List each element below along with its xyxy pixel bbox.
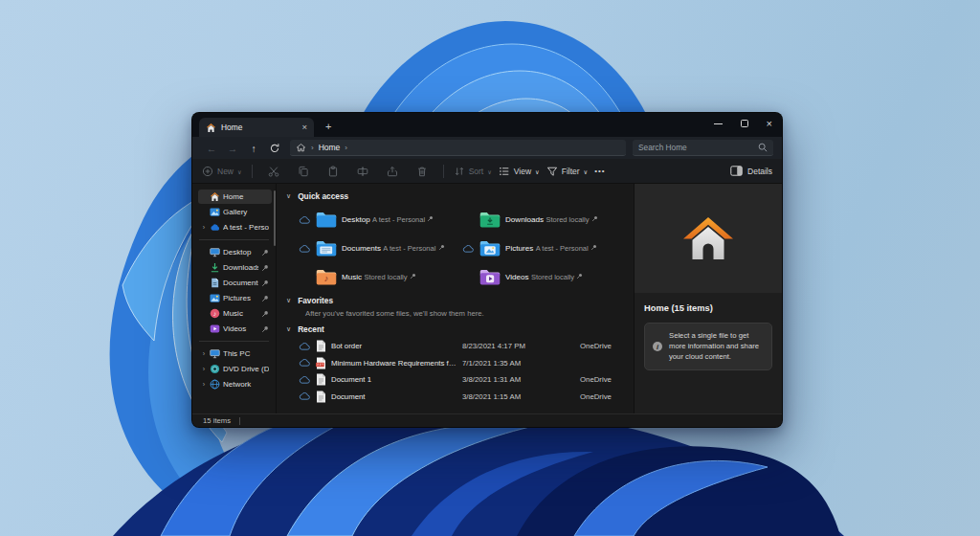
details-pane-button[interactable]: Details [730,166,772,176]
chevron-right-icon[interactable]: › [201,366,207,372]
sidebar-item-onedrive[interactable]: › A test - Persona [198,220,272,234]
chevron-down-icon: ∨ [487,168,492,175]
file-location: OneDrive [580,342,626,350]
delete-icon [416,166,428,177]
breadcrumb-home[interactable]: Home [319,143,341,152]
search-icon [758,143,768,152]
file-location: OneDrive [580,375,626,384]
filter-icon [546,166,558,177]
chevron-right-icon[interactable]: › [201,350,207,357]
details-pane: Home (15 items) i Select a single file t… [634,184,782,413]
pdf-file-icon [316,357,326,369]
cloud-status-icon [299,245,311,253]
file-row-bot-order[interactable]: Bot order 8/23/2021 4:17 PM OneDrive [299,338,626,355]
delete-button[interactable] [411,166,434,177]
refresh-button[interactable] [264,143,285,154]
sidebar-item-downloads[interactable]: Downloads [198,260,272,275]
navigation-bar: ← → ↑ › Home › [192,137,782,159]
file-row-document[interactable]: Document 3/8/2021 1:15 AM OneDrive [299,389,626,406]
new-tab-button[interactable]: + [325,122,331,132]
cloud-status-icon [299,376,311,384]
chevron-down-icon: ∨ [535,168,540,175]
file-date: 7/1/2021 1:35 AM [462,359,575,368]
sidebar-item-network[interactable]: › Network [198,377,272,391]
sidebar-item-desktop[interactable]: Desktop [198,245,272,259]
sidebar-item-gallery[interactable]: Gallery [198,205,272,219]
maximize-button[interactable] [741,120,748,127]
downloads-icon [210,262,220,273]
document-file-icon [316,373,326,386]
chevron-down-icon[interactable]: ∨ [286,192,291,200]
tile-name: Documents [342,244,381,253]
breadcrumb-home-icon[interactable] [296,143,306,153]
view-button[interactable]: View ∨ [499,166,540,177]
folder-icon-videos [479,268,501,286]
file-location: OneDrive [580,392,626,401]
window-content: Home Gallery › A test - Persona Desktop [192,184,782,413]
tile-name: Videos [505,273,529,281]
chevron-right-icon[interactable]: › [345,144,347,152]
status-divider [239,417,240,425]
cloud-status-icon [299,216,311,224]
items-view: ∨ Quick access Desktop A test - Personal [277,184,634,413]
sidebar-item-home[interactable]: Home [198,190,272,204]
chevron-down-icon[interactable]: ∨ [286,297,291,304]
back-button[interactable]: ← [201,143,222,154]
tile-pictures[interactable]: Pictures A test - Personal [462,234,626,262]
folder-icon-desktop [315,211,338,229]
section-favorites[interactable]: ∨ Favorites [286,294,626,307]
sidebar-item-pictures[interactable]: Pictures [198,291,272,305]
tile-music[interactable]: ♪ Music Stored locally [299,263,462,291]
filter-button[interactable]: Filter ∨ [546,166,589,177]
search-box[interactable] [633,140,773,156]
tab-close-icon[interactable]: × [301,123,307,132]
up-button[interactable]: ↑ [243,143,264,154]
videos-icon [210,324,220,334]
details-info-text: Select a single file to get more informa… [669,331,764,362]
info-icon: i [653,342,662,351]
chevron-down-icon[interactable]: ∨ [286,325,291,333]
titlebar[interactable]: Home × + × [192,113,782,137]
tile-videos[interactable]: Videos Stored locally [462,263,626,291]
sidebar-item-documents[interactable]: Documents [198,276,272,290]
tile-downloads[interactable]: Downloads Stored locally [462,206,626,234]
this-pc-icon [210,348,220,359]
details-preview [635,184,782,293]
rename-button[interactable] [351,166,374,177]
cut-button[interactable] [262,166,285,177]
file-date: 8/23/2021 4:17 PM [462,342,575,350]
file-row-min-hw-reqs[interactable]: Minimum Hardware Requirements for Win...… [299,355,626,372]
sidebar-item-dvd-drive[interactable]: › DVD Drive (D:) C [198,362,272,376]
section-recent[interactable]: ∨ Recent [286,323,626,336]
cloud-status-icon [462,245,475,253]
tile-desktop[interactable]: Desktop A test - Personal [299,206,462,234]
tab-home[interactable]: Home × [199,118,314,137]
cut-icon [268,166,279,177]
forward-button[interactable]: → [222,143,243,154]
copy-button[interactable] [292,166,315,177]
network-icon [210,379,220,390]
tile-name: Pictures [505,244,533,253]
section-quick-access[interactable]: ∨ Quick access [286,190,626,203]
sidebar-scrollbar[interactable] [274,190,276,246]
chevron-right-icon[interactable]: › [201,381,207,388]
sort-button[interactable]: Sort ∨ [454,166,492,177]
pin-icon [261,249,269,257]
close-button[interactable]: × [767,119,772,129]
new-button[interactable]: New ∨ [202,166,242,177]
minimize-button[interactable] [714,123,723,124]
file-row-document-1[interactable]: Document 1 3/8/2021 1:31 AM OneDrive [299,371,626,389]
sidebar-item-this-pc[interactable]: › This PC [198,346,272,361]
see-more-button[interactable]: ••• [594,167,605,175]
paste-button[interactable] [322,166,345,177]
svg-text:♪: ♪ [213,310,216,317]
chevron-right-icon[interactable]: › [201,224,207,231]
tile-name: Music [342,273,362,281]
tab-title: Home [221,123,297,132]
sidebar-item-videos[interactable]: Videos [198,322,272,336]
search-input[interactable] [638,143,758,152]
address-bar[interactable]: › Home › [290,140,626,156]
sidebar-item-music[interactable]: ♪ Music [198,306,272,321]
share-button[interactable] [381,166,404,177]
tile-documents[interactable]: Documents A test - Personal [299,234,462,262]
